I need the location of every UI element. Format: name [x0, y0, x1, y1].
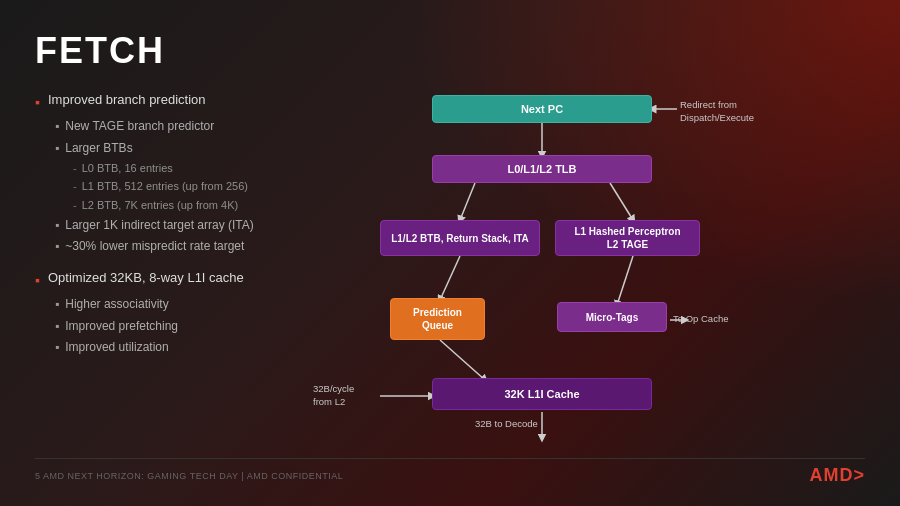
bullet-icon-1: ▪ — [35, 91, 40, 113]
slide-title: FETCH — [35, 30, 865, 72]
box-hashed: L1 Hashed PerceptronL2 TAGE — [555, 220, 700, 256]
svg-line-5 — [440, 340, 485, 380]
bullet-subsub-icon: - — [73, 197, 77, 215]
bullet-sub-2-1: ▪ Higher associativity — [55, 295, 345, 314]
bullet-subsub-3: - L2 BTB, 7K entries (up from 4K) — [73, 197, 345, 215]
right-column: Next PC L0/L1/L2 TLB L1/L2 BTB, Return S… — [365, 90, 865, 450]
bullet-sub-icon: ▪ — [55, 295, 59, 314]
bullet-main-1: ▪ Improved branch prediction — [35, 90, 345, 113]
box-micro-tags: Micro-Tags — [557, 302, 667, 332]
bullet-sub-1-3: ▪ Larger 1K indirect target array (ITA) — [55, 216, 345, 235]
label-redirect: Redirect fromDispatch/Execute — [680, 98, 754, 125]
bullet-subsub-2: - L1 BTB, 512 entries (up from 256) — [73, 178, 345, 196]
box-l1-cache: 32K L1I Cache — [432, 378, 652, 410]
svg-line-3 — [440, 256, 460, 300]
bullet-subsub-1: - L0 BTB, 16 entries — [73, 160, 345, 178]
box-next-pc: Next PC — [432, 95, 652, 123]
bullet-sub-icon: ▪ — [55, 338, 59, 357]
amd-logo: AMD> — [809, 465, 865, 486]
slide: FETCH ▪ Improved branch prediction ▪ New… — [0, 0, 900, 506]
bullet-sub-1-2: ▪ Larger BTBs — [55, 139, 345, 158]
svg-line-2 — [610, 183, 633, 220]
footer: 5 AMD NEXT HORIZON: GAMING TECH DAY | AM… — [35, 458, 865, 486]
footer-text: 5 AMD NEXT HORIZON: GAMING TECH DAY | AM… — [35, 471, 343, 481]
diagram: Next PC L0/L1/L2 TLB L1/L2 BTB, Return S… — [365, 90, 865, 450]
left-column: ▪ Improved branch prediction ▪ New TAGE … — [35, 90, 345, 450]
label-to-op: To Op Cache — [673, 313, 728, 324]
svg-line-4 — [617, 256, 633, 305]
box-pred-queue: PredictionQueue — [390, 298, 485, 340]
label-to-decode: 32B to Decode — [475, 418, 538, 429]
bullet-main-2-text: Optimized 32KB, 8-way L1I cache — [48, 268, 244, 289]
content-area: ▪ Improved branch prediction ▪ New TAGE … — [35, 90, 865, 450]
bullet-subsub-icon: - — [73, 178, 77, 196]
label-from-l2: 32B/cyclefrom L2 — [313, 382, 354, 409]
bullet-sub-1-4: ▪ ~30% lower mispredict rate target — [55, 237, 345, 256]
bullet-main-1-text: Improved branch prediction — [48, 90, 206, 111]
bullet-sub-2-2: ▪ Improved prefetching — [55, 317, 345, 336]
bullet-sub-icon: ▪ — [55, 117, 59, 136]
bullet-sub-1-1: ▪ New TAGE branch predictor — [55, 117, 345, 136]
bullet-sub-icon: ▪ — [55, 317, 59, 336]
bullet-icon-2: ▪ — [35, 269, 40, 291]
bullet-sub-icon: ▪ — [55, 237, 59, 256]
box-btb: L1/L2 BTB, Return Stack, ITA — [380, 220, 540, 256]
bullet-subsub-icon: - — [73, 160, 77, 178]
bullet-sub-2-3: ▪ Improved utilization — [55, 338, 345, 357]
bullet-sub-icon: ▪ — [55, 139, 59, 158]
bullet-main-2: ▪ Optimized 32KB, 8-way L1I cache — [35, 268, 345, 291]
svg-line-1 — [460, 183, 475, 220]
bullet-sub-icon: ▪ — [55, 216, 59, 235]
box-tlb: L0/L1/L2 TLB — [432, 155, 652, 183]
